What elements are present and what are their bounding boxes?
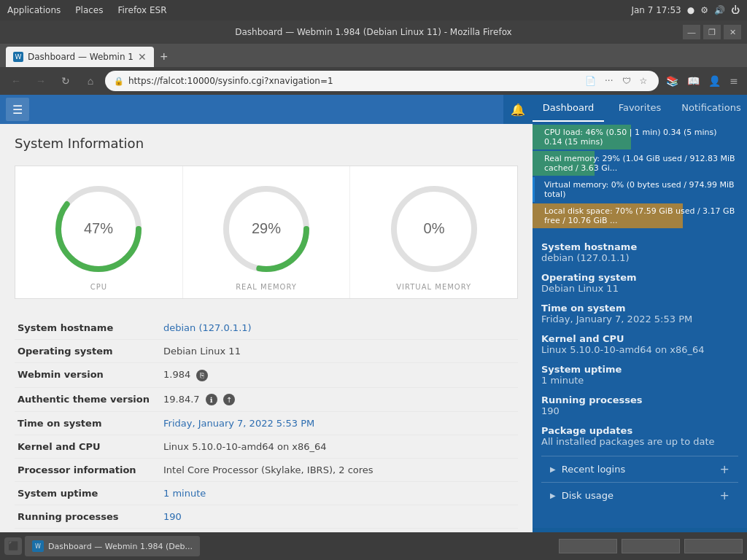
disk-usage-label: Disk usage <box>562 490 720 501</box>
svg-text:0%: 0% <box>423 220 444 236</box>
sidebar-os-value: Debian Linux 11 <box>541 283 738 294</box>
disk-usage-section[interactable]: ▶ Disk usage + <box>541 482 738 508</box>
security-lock-icon: 🔒 <box>114 77 124 86</box>
os-settings-icon[interactable]: ⚙ <box>700 5 708 15</box>
row-value: 1 minute <box>160 482 518 505</box>
minimize-button[interactable]: — <box>683 25 700 39</box>
sidebar-tabs: Dashboard Favorites Notifications <box>533 95 747 122</box>
taskbar-window-label: Dashboard — Webmin 1.984 (Deb... <box>48 542 193 551</box>
row-label: Time on system <box>15 412 160 435</box>
hostname-link[interactable]: debian (127.0.1.1) <box>163 322 252 333</box>
recent-logins-section[interactable]: ▶ Recent logins + <box>541 456 738 482</box>
close-button[interactable]: ✕ <box>724 25 741 39</box>
row-label: System uptime <box>15 482 160 505</box>
recent-logins-arrow: ▶ <box>550 465 556 473</box>
cpu-bar-text: CPU load: 46% (0.50 | 1 min) 0.34 (5 min… <box>538 126 741 148</box>
os-status-dot: ● <box>687 5 694 15</box>
new-tab-button[interactable]: + <box>154 47 174 67</box>
tab-close-button[interactable]: ✕ <box>138 51 147 63</box>
row-label: Operating system <box>15 340 160 363</box>
menu-firefox[interactable]: Firefox ESR <box>117 5 166 15</box>
maximize-button[interactable]: ❐ <box>703 25 721 39</box>
more-icon[interactable]: ··· <box>602 74 616 88</box>
address-bar[interactable]: 🔒 https://falcot:10000/sysinfo.cgi?xnavi… <box>105 71 659 91</box>
row-value: debian (127.0.1.1) <box>160 316 518 340</box>
browser-tabbar: W Dashboard — Webmin 1 ✕ + <box>0 44 747 67</box>
os-volume-icon[interactable]: 🔊 <box>714 5 725 15</box>
row-value: Intel Core Processor (Skylake, IBRS), 2 … <box>160 459 518 482</box>
notification-bell-button[interactable]: 🔔 <box>503 95 533 124</box>
reader-icon[interactable]: 📄 <box>582 74 599 88</box>
table-row: Authentic theme version 19.84.7 ℹ ↑ <box>15 387 518 412</box>
virtual-memory-gauge: 0% VIRTUAL MEMORY <box>350 166 517 298</box>
table-row: Running processes 190 <box>15 505 518 529</box>
table-row: Kernel and CPU Linux 5.10.0-10-amd64 on … <box>15 435 518 459</box>
sidebar-info: System hostname debian (127.0.1.1) Opera… <box>533 233 747 528</box>
browser-tab-active[interactable]: W Dashboard — Webmin 1 ✕ <box>6 47 154 67</box>
row-value: Debian Linux 11 <box>160 340 518 363</box>
bookmarks-library-icon[interactable]: 📚 <box>663 72 681 90</box>
sidebar-hostname-label: System hostname <box>541 241 738 252</box>
taskbar-screen-icon[interactable]: ⬛ <box>4 537 22 555</box>
row-value: 1.984 ⎘ <box>160 363 518 388</box>
processes-link[interactable]: 190 <box>163 511 182 522</box>
cpu-label: CPU <box>90 283 107 291</box>
time-link[interactable]: Friday, January 7, 2022 5:53 PM <box>163 418 314 429</box>
taskbar-window-item[interactable]: W Dashboard — Webmin 1.984 (Deb... <box>25 536 200 556</box>
recent-logins-plus[interactable]: + <box>720 462 729 476</box>
bookmark-icon[interactable]: ☆ <box>637 74 651 88</box>
browser-addressbar: ← → ↻ ⌂ 🔒 https://falcot:10000/sysinfo.c… <box>0 67 747 95</box>
account-icon[interactable]: 👤 <box>705 72 724 90</box>
theme-update-button[interactable]: ↑ <box>223 394 235 405</box>
tab-favorites[interactable]: Favorites <box>604 95 676 122</box>
reading-list-icon[interactable]: 📖 <box>684 72 703 90</box>
row-label: Processor information <box>15 459 160 482</box>
menu-applications[interactable]: Applications <box>7 5 61 15</box>
webmin-topbar: ☰ 🔔 <box>0 95 533 124</box>
real-memory-gauge: 29% REAL MEMORY <box>183 166 351 298</box>
tab-notifications[interactable]: Notifications <box>676 95 747 122</box>
browser-titlebar: Dashboard — Webmin 1.984 (Debian Linux 1… <box>0 20 747 44</box>
sidebar-time-value: Friday, January 7, 2022 5:53 PM <box>541 314 738 324</box>
taskbar-input-2[interactable] <box>622 539 680 553</box>
memory-bar-text: Real memory: 29% (1.04 GiB used / 912.83… <box>538 152 741 174</box>
sidebar-os-row: Operating system Debian Linux 11 <box>541 272 738 294</box>
browser-content: ☰ 🔔 System Information 47% CPU <box>0 95 747 560</box>
row-label: Webmin version <box>15 363 160 388</box>
shield-icon[interactable]: 🛡 <box>619 74 634 88</box>
tab-favicon: W <box>13 52 23 62</box>
forward-button[interactable]: → <box>31 71 51 91</box>
sidebar-packages-row: Package updates All installed packages a… <box>541 425 738 447</box>
reload-button[interactable]: ↻ <box>55 71 76 91</box>
hamburger-menu-button[interactable]: ☰ <box>6 98 29 121</box>
back-button[interactable]: ← <box>6 71 26 91</box>
os-topbar-left: Applications Places Firefox ESR <box>7 5 167 15</box>
gauges-row: 47% CPU 29% REAL MEMORY <box>15 166 518 299</box>
tab-dashboard[interactable]: Dashboard <box>533 95 604 122</box>
recent-logins-label: Recent logins <box>562 464 720 475</box>
table-row: System uptime 1 minute <box>15 482 518 505</box>
webmin-right-panel: Dashboard Favorites Notifications CPU lo… <box>533 95 747 560</box>
table-row: Webmin version 1.984 ⎘ <box>15 363 518 388</box>
home-button[interactable]: ⌂ <box>80 71 101 91</box>
sidebar-processes-label: Running processes <box>541 394 738 405</box>
browser-title: Dashboard — Webmin 1.984 (Debian Linux 1… <box>235 27 511 37</box>
disk-usage-plus[interactable]: + <box>720 489 729 502</box>
menu-places[interactable]: Places <box>75 5 103 15</box>
sidebar-kernel-row: Kernel and CPU Linux 5.10.0-10-amd64 on … <box>541 333 738 355</box>
taskbar-search-input[interactable] <box>559 539 617 553</box>
theme-info-button[interactable]: ℹ <box>206 394 217 405</box>
menu-icon[interactable]: ≡ <box>727 72 741 90</box>
virtual-bar-text: Virtual memory: 0% (0 bytes used / 974.9… <box>538 179 741 201</box>
system-info-table: System hostname debian (127.0.1.1) Opera… <box>15 316 518 552</box>
uptime-link[interactable]: 1 minute <box>163 488 206 499</box>
os-power-icon[interactable]: ⏻ <box>731 5 740 15</box>
taskbar-input-3[interactable] <box>684 539 743 553</box>
row-value: 19.84.7 ℹ ↑ <box>160 387 518 412</box>
sidebar-hostname-row: System hostname debian (127.0.1.1) <box>541 241 738 263</box>
row-label: Kernel and CPU <box>15 435 160 459</box>
table-row: System hostname debian (127.0.1.1) <box>15 316 518 340</box>
sidebar-uptime-row: System uptime 1 minute <box>541 364 738 386</box>
copy-version-button[interactable]: ⎘ <box>196 370 208 381</box>
sidebar-packages-value: All installed packages are up to date <box>541 436 738 447</box>
